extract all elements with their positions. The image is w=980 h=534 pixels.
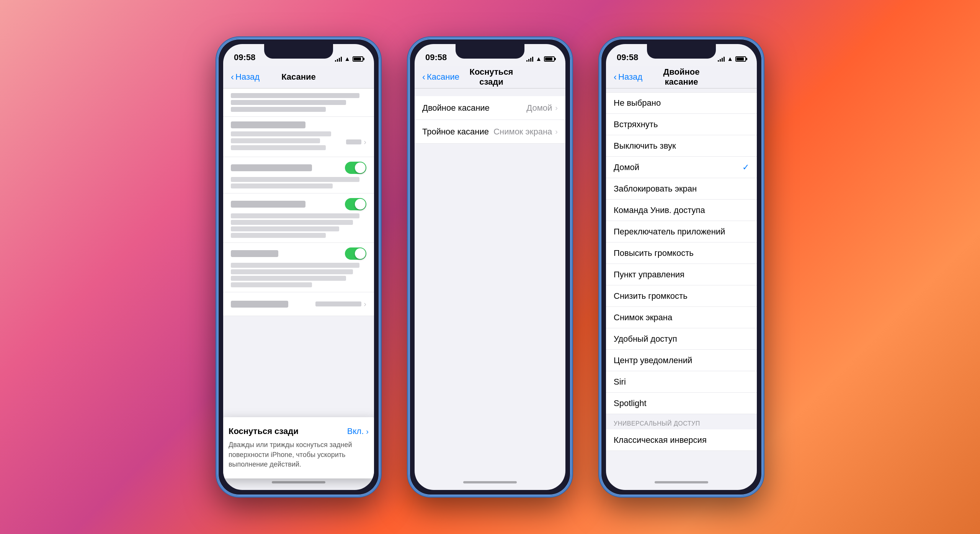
sound-source-item[interactable]: › bbox=[223, 292, 374, 316]
wifi-icon-1: ▲ bbox=[344, 56, 350, 62]
wifi-icon-2: ▲ bbox=[536, 56, 542, 62]
chevron-left-icon-1: ‹ bbox=[231, 72, 234, 82]
phone-3-screen: 09:58 ▲ ‹ Назад bbox=[606, 44, 757, 490]
option-item-6[interactable]: Переключатель приложений bbox=[606, 221, 757, 242]
option-label-8: Пункт управления bbox=[614, 270, 684, 280]
triple-tap-value: Снимок экрана › bbox=[493, 127, 558, 137]
option-label-6: Переключатель приложений bbox=[614, 227, 725, 237]
wake-toggle-item[interactable] bbox=[223, 157, 374, 193]
status-icons-2: ▲ bbox=[526, 56, 555, 62]
options-list: Не выбраноВстряхнутьВыключить звукДомой✓… bbox=[606, 92, 757, 414]
time-2: 09:58 bbox=[425, 52, 447, 62]
chevron-left-icon-2: ‹ bbox=[422, 72, 425, 82]
adaptation-item[interactable]: › bbox=[223, 117, 374, 157]
option-label-2: Выключить звук bbox=[614, 141, 676, 151]
option-item-12[interactable]: Центр уведомлений bbox=[606, 350, 757, 371]
option-label-1: Встряхнуть bbox=[614, 120, 658, 129]
home-indicator-1 bbox=[272, 481, 325, 483]
vibration-toggle-item[interactable] bbox=[223, 243, 374, 292]
time-1: 09:58 bbox=[234, 52, 255, 62]
section-options-list: Классическая инверсия bbox=[606, 429, 757, 451]
shake-toggle-item[interactable] bbox=[223, 193, 374, 243]
wake-toggle[interactable] bbox=[345, 162, 366, 174]
status-icons-3: ▲ bbox=[718, 56, 746, 62]
tooltip-value: Вкл. › bbox=[347, 426, 369, 436]
option-item-0[interactable]: Не выбрано bbox=[606, 92, 757, 114]
phone-1-screen: 09:58 ▲ ‹ На bbox=[223, 44, 374, 490]
battery-icon-1 bbox=[353, 56, 363, 62]
signal-icon-3 bbox=[718, 56, 725, 62]
phone-1: 09:58 ▲ ‹ На bbox=[216, 37, 381, 497]
wifi-icon-3: ▲ bbox=[727, 56, 733, 62]
option-label-12: Центр уведомлений bbox=[614, 355, 692, 365]
nav-bar-2: ‹ Касание Коснуться сзади bbox=[415, 66, 565, 88]
phones-container: 09:58 ▲ ‹ На bbox=[0, 0, 980, 534]
back-button-1[interactable]: ‹ Назад bbox=[231, 72, 265, 82]
content-2[interactable]: Двойное касание Домой › Тройное касание … bbox=[415, 88, 565, 475]
universal-access-section-label: УНИВЕРСАЛЬНЫЙ ДОСТУП bbox=[606, 414, 757, 429]
shake-toggle[interactable] bbox=[345, 198, 366, 210]
back-label-2: Касание bbox=[427, 72, 459, 82]
option-label-4: Заблокировать экран bbox=[614, 184, 697, 194]
chevron-left-icon-3: ‹ bbox=[614, 72, 617, 82]
option-item-8[interactable]: Пункт управления bbox=[606, 264, 757, 285]
double-tap-label: Двойное касание bbox=[422, 103, 490, 113]
double-tap-item[interactable]: Двойное касание Домой › bbox=[415, 96, 565, 120]
option-item-2[interactable]: Выключить звук bbox=[606, 135, 757, 157]
notch-1 bbox=[264, 44, 333, 59]
content-3[interactable]: Не выбраноВстряхнутьВыключить звукДомой✓… bbox=[606, 88, 757, 475]
option-item-1[interactable]: Встряхнуть bbox=[606, 114, 757, 135]
option-item-11[interactable]: Удобный доступ bbox=[606, 328, 757, 350]
nav-title-2: Коснуться сзади bbox=[459, 67, 523, 87]
option-item-5[interactable]: Команда Унив. доступа bbox=[606, 200, 757, 221]
section-option-item-0[interactable]: Классическая инверсия bbox=[606, 429, 757, 451]
tooltip-description: Дважды или трижды коснуться задней повер… bbox=[229, 440, 369, 469]
double-tap-value: Домой › bbox=[526, 103, 558, 113]
battery-icon-3 bbox=[735, 56, 746, 62]
back-button-3[interactable]: ‹ Назад bbox=[614, 72, 648, 82]
battery-icon-2 bbox=[544, 56, 555, 62]
option-item-14[interactable]: Spotlight bbox=[606, 393, 757, 414]
nav-title-3: Двойное касание bbox=[648, 67, 715, 87]
content-1[interactable]: › bbox=[223, 88, 374, 475]
tooltip-title: Коснуться сзади bbox=[229, 426, 299, 436]
option-label-5: Команда Унив. доступа bbox=[614, 205, 705, 215]
option-item-7[interactable]: Повысить громкость bbox=[606, 242, 757, 264]
home-indicator-3 bbox=[655, 481, 708, 483]
option-label-13: Siri bbox=[614, 377, 626, 387]
triple-tap-chevron-icon: › bbox=[555, 127, 558, 136]
section-option-label-0: Классическая инверсия bbox=[614, 435, 707, 445]
triple-tap-item[interactable]: Тройное касание Снимок экрана › bbox=[415, 120, 565, 144]
back-label-3: Назад bbox=[618, 72, 642, 82]
notch-3 bbox=[647, 44, 716, 59]
signal-icon-2 bbox=[526, 56, 533, 62]
option-label-11: Удобный доступ bbox=[614, 334, 677, 344]
vibration-toggle[interactable] bbox=[345, 247, 366, 260]
chevron-right-icon: › bbox=[364, 138, 366, 146]
option-item-4[interactable]: Заблокировать экран bbox=[606, 178, 757, 200]
phone-2-screen: 09:58 ▲ ‹ Касание bbox=[415, 44, 565, 490]
option-item-3[interactable]: Домой✓ bbox=[606, 157, 757, 178]
checkmark-icon-3: ✓ bbox=[742, 162, 749, 172]
home-bar-3 bbox=[606, 475, 757, 490]
option-label-9: Снизить громкость bbox=[614, 291, 688, 301]
nav-bar-1: ‹ Назад Касание bbox=[223, 66, 374, 88]
option-item-9[interactable]: Снизить громкость bbox=[606, 285, 757, 307]
double-tap-chevron-icon: › bbox=[555, 103, 558, 112]
option-item-13[interactable]: Siri bbox=[606, 371, 757, 393]
tooltip-chevron-icon: › bbox=[366, 427, 369, 436]
nav-title-1: Касание bbox=[265, 72, 332, 82]
phone-2: 09:58 ▲ ‹ Касание bbox=[408, 37, 572, 497]
home-bar-2 bbox=[415, 475, 565, 490]
option-item-10[interactable]: Снимок экрана bbox=[606, 307, 757, 328]
notch-2 bbox=[456, 44, 524, 59]
option-label-7: Повысить громкость bbox=[614, 248, 694, 258]
home-indicator-2 bbox=[463, 481, 517, 483]
signal-icon-1 bbox=[335, 56, 342, 62]
back-button-2[interactable]: ‹ Касание bbox=[422, 72, 459, 82]
status-icons-1: ▲ bbox=[335, 56, 363, 62]
option-label-0: Не выбрано bbox=[614, 98, 661, 108]
nav-bar-3: ‹ Назад Двойное касание bbox=[606, 66, 757, 88]
phone-3: 09:58 ▲ ‹ Назад bbox=[599, 37, 764, 497]
triple-tap-label: Тройное касание bbox=[422, 127, 489, 137]
